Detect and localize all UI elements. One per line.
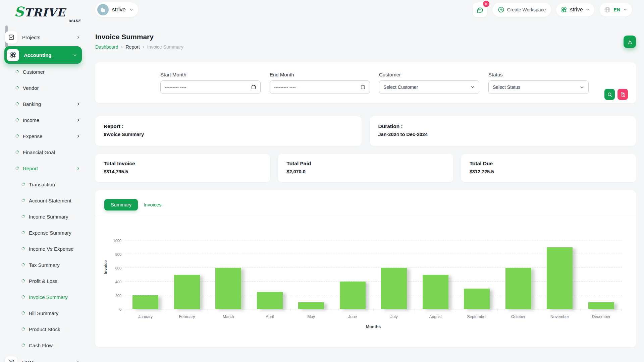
bullet-ring-icon	[21, 327, 25, 331]
sidebar-item-product-stock[interactable]: Product Stock	[0, 321, 88, 337]
chart-x-label-february: February	[166, 314, 208, 319]
workspace-switcher[interactable]: strive	[95, 2, 138, 17]
chart-x-tick	[208, 309, 249, 311]
sidebar-item-expense-summary[interactable]: Expense Summary	[0, 225, 88, 241]
sidebar-item-label: Financial Goal	[23, 149, 55, 155]
sidebar-item-accounting[interactable]: Accounting	[4, 46, 82, 64]
org-switcher[interactable]: strive	[556, 3, 594, 16]
sidebar-item-financial-goal[interactable]: Financial Goal	[0, 144, 88, 160]
bullet-ring-icon	[15, 85, 19, 90]
status-label: Status	[488, 72, 589, 77]
chart-bar-slot	[332, 224, 374, 309]
tab-invoices[interactable]: Invoices	[144, 202, 161, 207]
sidebar-nav: Projects Accounting Customer Vendor Bank…	[0, 28, 88, 362]
tab-summary[interactable]: Summary	[104, 199, 138, 210]
sidebar-item-hrm[interactable]: HRM	[0, 353, 88, 362]
breadcrumb-report[interactable]: Report	[126, 44, 140, 50]
sidebar-item-account-statement[interactable]: Account Statement	[0, 192, 88, 208]
sidebar-item-transaction[interactable]: Transaction	[0, 176, 88, 192]
chart-bar-slot	[249, 224, 291, 309]
sidebar-item-income-vs-expense[interactable]: Income Vs Expense	[0, 241, 88, 257]
sidebar-item-cash-flow[interactable]: Cash Flow	[0, 337, 88, 353]
end-month-input[interactable]: --------- ----	[270, 80, 370, 94]
apply-filter-button[interactable]	[604, 89, 615, 100]
chart-x-axis-title: Months	[125, 324, 622, 329]
end-month-value: --------- ----	[274, 84, 296, 90]
chart-x-tick	[166, 309, 208, 311]
sidebar-item-label: Customer	[23, 69, 45, 75]
chart-bar-slot	[415, 224, 457, 309]
brand-logo[interactable]: STRIVE MAKE	[0, 0, 88, 23]
breadcrumb-dashboard[interactable]: Dashboard	[95, 44, 118, 50]
sidebar-item-invoice-summary[interactable]: Invoice Summary	[0, 289, 88, 305]
chart-bar-march[interactable]	[215, 268, 241, 309]
org-name: strive	[570, 7, 583, 13]
sidebar-item-income-summary[interactable]: Income Summary	[0, 208, 88, 225]
start-month-input[interactable]: --------- ----	[160, 80, 261, 94]
chat-icon	[476, 6, 484, 14]
chevron-icon	[76, 102, 80, 106]
total-card-value: $312,725.5	[470, 169, 628, 174]
bullet-ring-icon	[21, 246, 25, 251]
chart-x-tick	[498, 309, 539, 311]
duration-card-label: Duration :	[378, 123, 628, 129]
chevron-down-icon	[580, 85, 584, 89]
report-card-label: Report :	[104, 123, 353, 129]
chart-bar-july[interactable]	[381, 268, 407, 309]
chart-bar-may[interactable]	[298, 302, 324, 309]
sidebar-item-label: Cash Flow	[29, 343, 53, 348]
chart-bar-december[interactable]	[588, 302, 614, 309]
chart-bar-november[interactable]	[547, 247, 573, 309]
sidebar-item-tax-summary[interactable]: Tax Summary	[0, 257, 88, 273]
sidebar-item-income[interactable]: Income	[0, 112, 88, 128]
tabs-divider	[95, 217, 636, 217]
reset-filter-button[interactable]	[618, 89, 628, 100]
chart-bar-september[interactable]	[464, 289, 490, 309]
chart-bar-august[interactable]	[423, 275, 448, 309]
chart-bar-slot	[166, 224, 208, 309]
brand-tagline: MAKE	[69, 19, 80, 23]
sidebar-item-label: Profit & Loss	[29, 278, 57, 284]
status-select[interactable]: Select Status	[488, 80, 589, 94]
bullet-ring-icon	[21, 198, 25, 203]
chevron-down-icon	[623, 8, 627, 12]
calendar-icon[interactable]	[251, 84, 256, 90]
create-workspace-button[interactable]: Create Workspace	[492, 3, 551, 17]
sidebar-item-label: Vendor	[23, 85, 39, 91]
sidebar-item-report[interactable]: Report	[0, 160, 88, 176]
sidebar-item-bill-summary[interactable]: Bill Summary	[0, 305, 88, 321]
messages-button[interactable]: 0	[473, 2, 487, 17]
sidebar-item-projects[interactable]: Projects	[0, 28, 88, 46]
topbar-actions: 0 Create Workspace strive EN	[473, 2, 632, 17]
chart-bar-june[interactable]	[340, 282, 366, 309]
sidebar-item-customer[interactable]: Customer	[0, 64, 88, 80]
chart-bar-february[interactable]	[174, 275, 200, 309]
chart-bar-october[interactable]	[505, 268, 531, 309]
chart-x-label-march: March	[208, 314, 249, 319]
brand-wordmark-s: S	[14, 5, 24, 18]
breadcrumb: Dashboard › Report › Invoice Summary	[95, 44, 636, 50]
chart-panel: Summary Invoices Invoice 020040060080010…	[95, 190, 636, 347]
start-month-field: Start Month --------- ----	[160, 72, 261, 103]
chart-x-label-april: April	[249, 314, 291, 319]
chart-bar-slot	[125, 224, 166, 309]
chart-bar-january[interactable]	[132, 295, 158, 309]
sidebar-item-vendor[interactable]: Vendor	[0, 80, 88, 96]
report-card-value: Invoice Summary	[104, 132, 353, 137]
sidebar-item-profit-loss[interactable]: Profit & Loss	[0, 273, 88, 289]
bullet-ring-icon	[21, 262, 25, 267]
calendar-icon[interactable]	[360, 84, 366, 90]
bullet-ring-icon	[21, 311, 25, 315]
sidebar-item-banking[interactable]: Banking	[0, 96, 88, 112]
language-switcher[interactable]: EN	[599, 3, 632, 16]
page-head: Invoice Summary Dashboard › Report › Inv…	[95, 33, 636, 50]
sidebar-item-expense[interactable]: Expense	[0, 128, 88, 144]
bullet-ring-icon	[15, 166, 19, 171]
customer-select[interactable]: Select Customer	[379, 80, 479, 94]
chart-x-label-september: September	[456, 314, 498, 319]
download-button[interactable]	[624, 36, 636, 48]
chart-x-label-october: October	[498, 314, 539, 319]
chart-bar-april[interactable]	[257, 292, 283, 309]
chart-bar-slot	[539, 224, 581, 309]
chart-bar-slot	[581, 224, 622, 309]
